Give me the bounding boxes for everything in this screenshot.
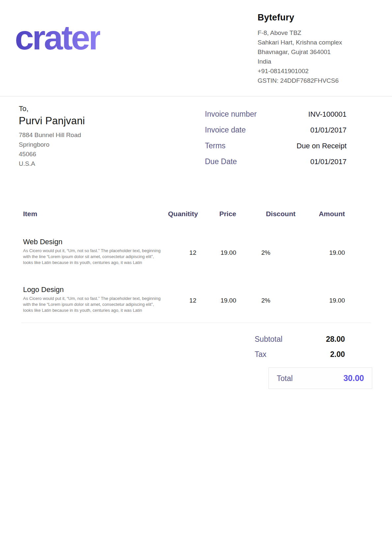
company-address-line: India xyxy=(258,57,372,66)
meta-label: Invoice number xyxy=(205,110,257,119)
column-header-discount: Discount xyxy=(236,210,295,218)
total-box: Total 30.00 xyxy=(268,367,372,389)
bill-to-heading: To, xyxy=(19,104,85,113)
item-description: As Cicero would put it, “Um, not so fast… xyxy=(21,248,163,266)
meta-value: 01/01/2017 xyxy=(310,158,347,166)
company-address-line: F-8, Above TBZ xyxy=(258,28,372,38)
tax-value: 2.00 xyxy=(330,350,345,359)
item-name: Web Design xyxy=(21,238,345,246)
column-header-quantity: Quanitity xyxy=(168,210,196,218)
total-label: Total xyxy=(277,374,293,383)
items-table-header-row: Item Quanitity Price Discount Amount xyxy=(21,210,345,218)
company-address-line: Sahkari Hart, Krishna complex xyxy=(258,38,372,47)
invoice-meta-row: Due Date 01/01/2017 xyxy=(205,157,347,166)
item-row: Logo Design As Cicero would put it, “Um,… xyxy=(21,285,345,313)
column-header-price: Price xyxy=(196,210,236,218)
tax-row: Tax 2.00 xyxy=(255,350,345,359)
company-block: Bytefury F-8, Above TBZSahkari Hart, Kri… xyxy=(258,12,372,85)
crater-logo: crater xyxy=(15,20,100,55)
customer-address-line: 7884 Bunnel Hill Road xyxy=(19,130,85,140)
item-discount: 2% xyxy=(236,248,295,256)
items-table: Item Quanitity Price Discount Amount Web… xyxy=(21,210,371,323)
item-row: Web Design As Cicero would put it, “Um, … xyxy=(21,238,345,266)
customer-address-line: Springboro xyxy=(19,140,85,149)
meta-label: Due Date xyxy=(205,157,237,166)
column-header-amount: Amount xyxy=(295,210,345,218)
company-name: Bytefury xyxy=(258,13,372,23)
item-amount: 19.00 xyxy=(295,248,345,256)
item-discount: 2% xyxy=(236,296,295,304)
item-name: Logo Design xyxy=(21,285,345,294)
company-address-line: Bhavnagar, Gujrat 364001 xyxy=(258,47,372,57)
item-amount: 19.00 xyxy=(295,296,345,304)
subtotal-label: Subtotal xyxy=(255,335,282,344)
invoice-meta-row: Invoice date 01/01/2017 xyxy=(205,126,347,134)
meta-value: Due on Receipt xyxy=(296,142,347,150)
meta-label: Invoice date xyxy=(205,126,246,134)
customer-address-line: 45066 xyxy=(19,149,85,159)
item-price: 19.00 xyxy=(196,296,236,304)
invoice-meta-block: Invoice number INV-100001 Invoice date 0… xyxy=(205,110,347,173)
meta-value: 01/01/2017 xyxy=(310,126,347,134)
subtotal-row: Subtotal 28.00 xyxy=(255,335,345,344)
subtotal-value: 28.00 xyxy=(326,335,345,344)
invoice-header: crater Bytefury F-8, Above TBZSahkari Ha… xyxy=(0,0,392,97)
tax-label: Tax xyxy=(255,350,266,359)
company-address-line: GSTIN: 24DDF7682FHVCS6 xyxy=(258,76,372,85)
bill-to-block: To, Purvi Panjvani 7884 Bunnel Hill Road… xyxy=(19,104,85,173)
customer-address-line: U.S.A xyxy=(19,159,85,168)
invoice-meta-row: Terms Due on Receipt xyxy=(205,141,347,150)
invoice-page: crater Bytefury F-8, Above TBZSahkari Ha… xyxy=(0,0,392,555)
meta-label: Terms xyxy=(205,141,226,150)
totals-block: Subtotal 28.00 Tax 2.00 xyxy=(255,335,345,359)
column-header-item: Item xyxy=(21,210,168,218)
invoice-meta-row: Invoice number INV-100001 xyxy=(205,110,347,119)
customer-name: Purvi Panjvani xyxy=(19,115,85,127)
item-description: As Cicero would put it, “Um, not so fast… xyxy=(21,296,163,313)
billing-and-meta-section: To, Purvi Panjvani 7884 Bunnel Hill Road… xyxy=(0,97,392,173)
item-quantity: 12 xyxy=(168,296,196,304)
meta-value: INV-100001 xyxy=(308,110,347,119)
total-value: 30.00 xyxy=(343,373,364,383)
company-address-line: +91-08141901002 xyxy=(258,66,372,76)
item-price: 19.00 xyxy=(196,248,236,256)
item-quantity: 12 xyxy=(168,248,196,256)
